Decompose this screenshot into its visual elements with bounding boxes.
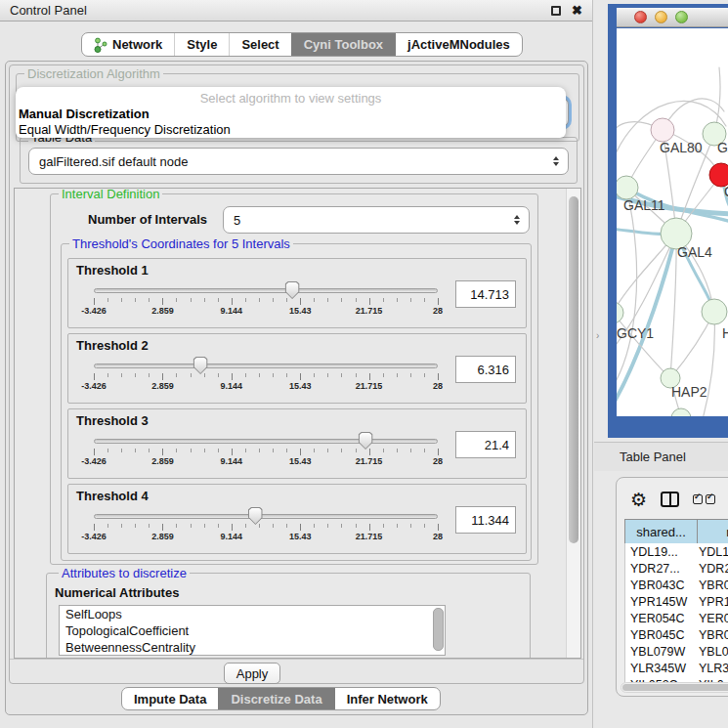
checkbox-checked-icon[interactable] bbox=[693, 494, 703, 504]
tab-cyni-toolbox[interactable]: Cyni Toolbox bbox=[291, 33, 395, 56]
network-node-h[interactable] bbox=[702, 299, 727, 324]
panel-splitter[interactable]: › bbox=[594, 21, 608, 728]
apply-button[interactable]: Apply bbox=[224, 663, 280, 684]
tab-network[interactable]: Network bbox=[82, 33, 174, 56]
slider-thumb[interactable] bbox=[248, 507, 263, 525]
network-view-window: GAL80GACGAL11GAL4GCY1HHAP2 bbox=[608, 4, 728, 438]
list-item[interactable]: BetweennessCentrality bbox=[60, 639, 445, 656]
interval-definition-title: Interval Definition bbox=[59, 188, 162, 201]
dropdown-item-manual-discretization[interactable]: Manual Discretization bbox=[16, 107, 566, 122]
panel-tab-bar: Network Style Select Cyni Toolbox jActiv… bbox=[81, 32, 523, 57]
slider-track[interactable] bbox=[94, 514, 438, 519]
close-window-icon[interactable]: ✖ bbox=[572, 6, 582, 16]
threshold-3-value-field[interactable] bbox=[455, 431, 516, 458]
discretization-algorithm-title: Discretization Algorithm bbox=[24, 66, 163, 81]
threshold-coordinates-title: Threshold's Coordinates for 5 Intervals bbox=[69, 236, 293, 251]
float-window-icon[interactable] bbox=[551, 6, 561, 16]
list-scrollbar-thumb[interactable] bbox=[433, 608, 444, 651]
table-header-row: shared... na bbox=[625, 520, 728, 544]
dropdown-placeholder-item[interactable]: Select algorithm to view settings bbox=[16, 90, 566, 107]
slider-thumb[interactable] bbox=[285, 281, 300, 299]
minimize-traffic-light[interactable] bbox=[655, 11, 667, 23]
table-body: YDL19...YDL1 YDR27...YDR2 YBR043CYBR0 YP… bbox=[624, 543, 728, 683]
table-row[interactable]: YLR345WYLR3 bbox=[625, 660, 728, 676]
tab-jactivemnodules[interactable]: jActiveMNodules bbox=[395, 33, 522, 56]
columns-icon[interactable] bbox=[661, 492, 679, 507]
screen: Control Panel ✖ Network Style Select bbox=[0, 0, 728, 728]
combo-arrows-icon bbox=[514, 215, 520, 225]
network-node-gal11[interactable] bbox=[617, 176, 638, 199]
network-edge[interactable] bbox=[703, 312, 714, 416]
panel-vertical-scrollbar[interactable] bbox=[566, 189, 580, 658]
threshold-1-slider[interactable]: -3.426 2.859 9.144 15.43 21.715 28 bbox=[94, 286, 438, 320]
threshold-1-value-field[interactable] bbox=[455, 280, 516, 308]
numerical-attributes-list: SelfLoops TopologicalCoefficient Between… bbox=[59, 605, 446, 656]
table-row[interactable]: YPR145WYPR1 bbox=[625, 593, 728, 610]
table-data-combobox[interactable]: galFiltered.sif default node bbox=[28, 148, 569, 175]
threshold-4-value-field[interactable] bbox=[455, 506, 516, 534]
close-traffic-light[interactable] bbox=[634, 11, 647, 23]
list-item[interactable]: SelfLoops bbox=[60, 606, 445, 622]
table-panel-titlebar: Table Panel bbox=[594, 442, 728, 471]
splitter-grip-icon[interactable]: › bbox=[596, 330, 599, 341]
node-table: shared... na bbox=[624, 519, 728, 544]
select-columns-icons bbox=[693, 494, 715, 504]
threshold-4-label: Threshold 4 bbox=[76, 489, 149, 503]
slider-track[interactable] bbox=[94, 364, 438, 368]
slider-thumb[interactable] bbox=[359, 432, 373, 450]
slider-scale: -3.426 2.859 9.144 15.43 21.715 28 bbox=[94, 306, 438, 318]
combo-arrows-icon bbox=[553, 156, 559, 166]
network-edge[interactable] bbox=[617, 313, 670, 378]
threshold-coordinates-group: Threshold's Coordinates for 5 Intervals … bbox=[61, 243, 532, 561]
list-item[interactable]: TopologicalCoefficient bbox=[60, 622, 445, 639]
threshold-3-slider[interactable]: -3.426 2.859 9.144 15.43 21.715 28 bbox=[94, 437, 438, 470]
attributes-group-title: Attributes to discretize bbox=[59, 566, 190, 580]
network-node-label: GA bbox=[717, 140, 728, 155]
apply-row: Apply bbox=[10, 659, 583, 685]
slider-track[interactable] bbox=[94, 288, 438, 293]
tab-select[interactable]: Select bbox=[229, 33, 290, 56]
network-window-titlebar bbox=[617, 8, 728, 27]
table-row[interactable]: YBL079WYBL0 bbox=[625, 643, 728, 660]
table-panel-title: Table Panel bbox=[620, 450, 686, 464]
scrollbar-thumb[interactable] bbox=[622, 684, 728, 691]
checkbox-checked-icon[interactable] bbox=[706, 494, 715, 504]
table-panel: ⚙ shared... na YDL19...YDL1 YDR27...YDR2… bbox=[616, 477, 728, 697]
network-node-gal80[interactable] bbox=[651, 118, 674, 142]
zoom-traffic-light[interactable] bbox=[675, 11, 688, 23]
algorithm-dropdown-popup: Select algorithm to view settings Manual… bbox=[16, 87, 566, 138]
threshold-2-slider[interactable]: -3.426 2.859 9.144 15.43 21.715 28 bbox=[94, 362, 438, 395]
scrollbar-thumb[interactable] bbox=[569, 196, 578, 543]
slider-thumb[interactable] bbox=[193, 357, 208, 374]
table-row[interactable]: YDL19...YDL1 bbox=[625, 543, 728, 560]
control-panel-window: Control Panel ✖ Network Style Select bbox=[0, 0, 593, 728]
number-of-intervals-label: Number of Intervals bbox=[88, 212, 207, 228]
threshold-2-label: Threshold 2 bbox=[76, 338, 149, 353]
slider-ticks bbox=[94, 524, 439, 531]
dropdown-item-equal-width[interactable]: Equal Width/Frequency Discretization bbox=[16, 122, 566, 138]
attributes-group: Attributes to discretize Numerical Attri… bbox=[46, 573, 531, 659]
network-node-label: GAL11 bbox=[623, 197, 665, 213]
tab-impute-data[interactable]: Impute Data bbox=[122, 688, 218, 709]
network-node[interactable] bbox=[671, 408, 691, 416]
table-row[interactable]: YBR043CYBR0 bbox=[625, 577, 728, 593]
table-row[interactable]: YBR045CYBR0 bbox=[625, 626, 728, 643]
network-node-gcy1[interactable] bbox=[617, 302, 623, 323]
slider-track[interactable] bbox=[94, 439, 438, 444]
column-header-name[interactable]: na bbox=[698, 520, 728, 544]
number-of-intervals-combobox[interactable]: 5 bbox=[223, 206, 530, 234]
network-node-label: H bbox=[722, 325, 728, 341]
tab-infer-network[interactable]: Infer Network bbox=[334, 688, 440, 709]
table-row[interactable]: YDR27...YDR2 bbox=[625, 560, 728, 577]
column-header-shared-name[interactable]: shared... bbox=[625, 520, 698, 544]
network-node-label: C bbox=[724, 184, 728, 199]
table-horizontal-scrollbar[interactable] bbox=[621, 682, 728, 693]
threshold-2-value-field[interactable] bbox=[455, 356, 516, 383]
network-canvas[interactable]: GAL80GACGAL11GAL4GCY1HHAP2 bbox=[617, 28, 728, 416]
tab-discretize-data[interactable]: Discretize Data bbox=[218, 688, 333, 709]
threshold-2-panel: Threshold 2 -3.426 2.859 9.144 bbox=[67, 333, 527, 404]
tab-style[interactable]: Style bbox=[174, 33, 229, 56]
table-row[interactable]: YER054CYER0 bbox=[625, 610, 728, 626]
gear-icon[interactable]: ⚙ bbox=[630, 491, 647, 509]
threshold-4-slider[interactable]: -3.426 2.859 9.144 15.43 21.715 28 bbox=[94, 512, 438, 545]
